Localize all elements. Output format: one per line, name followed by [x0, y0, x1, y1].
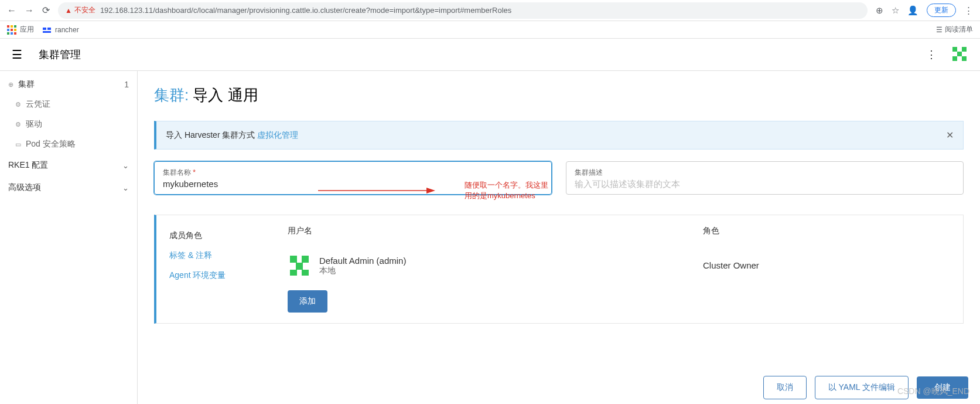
svg-rect-4	[962, 47, 967, 52]
cluster-desc-field[interactable]: 集群描述	[566, 161, 964, 195]
svg-rect-14	[302, 270, 309, 276]
page-header-title: 集群管理	[39, 47, 81, 62]
sidebar-item-label: 云凭证	[26, 99, 50, 110]
hamburger-icon[interactable]: ☰	[12, 47, 22, 62]
col-header-user: 用户名	[288, 226, 668, 236]
cancel-button[interactable]: 取消	[763, 376, 807, 399]
tab-labels[interactable]: 标签 & 注释	[156, 246, 274, 266]
field-label: 集群名称 *	[163, 168, 543, 178]
gear-icon: ⚙	[15, 121, 21, 128]
edit-yaml-button[interactable]: 以 YAML 文件编辑	[815, 376, 909, 399]
svg-rect-11	[302, 256, 309, 263]
rancher-icon	[42, 25, 52, 35]
field-label: 集群描述	[575, 168, 955, 178]
tab-member-roles[interactable]: 成员角色	[156, 226, 274, 246]
svg-rect-2	[43, 31, 51, 33]
add-member-button[interactable]: 添加	[288, 290, 327, 313]
info-banner: 导入 Harvester 集群方式 虚拟化管理 ✕	[154, 121, 964, 150]
profile-icon[interactable]: 👤	[907, 5, 918, 16]
reload-icon[interactable]: ⟳	[42, 5, 50, 16]
page-title: 集群: 导入 通用	[154, 85, 964, 106]
sidebar-item-drivers[interactable]: ⚙ 驱动	[0, 114, 137, 134]
address-bar[interactable]: ▲ 不安全 192.168.123.11/dashboard/c/local/m…	[58, 2, 868, 19]
svg-rect-7	[962, 56, 967, 61]
avatar	[288, 254, 311, 277]
sidebar: ⊕ 集群 1 ⚙ 云凭证 ⚙ 驱动 ▭ Pod 安全策略 RKE1 配置 ⌄ 高…	[0, 71, 138, 404]
svg-rect-6	[952, 56, 957, 61]
back-icon[interactable]: ←	[7, 5, 16, 16]
kebab-menu-icon[interactable]: ⋮	[926, 48, 937, 61]
cluster-name-input[interactable]	[163, 179, 543, 189]
gear-icon: ⚙	[15, 101, 21, 108]
apps-bookmark[interactable]: 应用	[7, 25, 34, 35]
update-button[interactable]: 更新	[927, 4, 956, 17]
apps-icon	[7, 25, 16, 35]
zoom-icon[interactable]: ⊕	[876, 5, 883, 16]
svg-rect-13	[290, 270, 297, 276]
forward-icon[interactable]: →	[25, 5, 34, 16]
list-icon: ☰	[936, 26, 943, 34]
url-text: 192.168.123.11/dashboard/c/local/manager…	[100, 6, 511, 15]
cluster-name-field[interactable]: 集群名称 *	[154, 161, 552, 195]
reading-list[interactable]: ☰ 阅读清单	[936, 25, 973, 35]
cluster-count: 1	[124, 80, 129, 89]
svg-rect-1	[47, 28, 51, 30]
sidebar-item-rke1[interactable]: RKE1 配置 ⌄	[0, 154, 137, 176]
rancher-logo	[951, 46, 968, 63]
not-secure-badge: ▲ 不安全	[65, 5, 95, 15]
warning-icon: ▲	[65, 6, 72, 15]
chevron-down-icon: ⌄	[122, 161, 129, 170]
star-icon[interactable]: ☆	[892, 5, 899, 16]
browser-menu-icon[interactable]: ⋮	[964, 5, 973, 16]
create-button[interactable]: 创建	[917, 376, 968, 399]
banner-text: 导入 Harvester 集群方式	[166, 130, 255, 141]
svg-rect-10	[290, 256, 297, 263]
sidebar-item-label: Pod 安全策略	[26, 139, 76, 150]
member-roles-card: 成员角色 标签 & 注释 Agent 环境变量 用户名 角色 Default A…	[154, 215, 964, 324]
member-name: Default Admin (admin)	[319, 256, 406, 266]
sidebar-item-clusters[interactable]: ⊕ 集群 1	[0, 74, 137, 94]
cluster-desc-input[interactable]	[575, 179, 955, 189]
sidebar-item-label: RKE1 配置	[8, 160, 48, 171]
sidebar-item-cloud-creds[interactable]: ⚙ 云凭证	[0, 94, 137, 114]
member-sub: 本地	[319, 266, 406, 276]
chevron-down-icon: ⌄	[122, 184, 129, 192]
tab-agent-env[interactable]: Agent 环境变量	[156, 266, 274, 286]
svg-rect-12	[296, 263, 303, 270]
globe-icon: ⊕	[8, 81, 13, 89]
col-header-role: 角色	[703, 226, 949, 236]
banner-link[interactable]: 虚拟化管理	[257, 130, 298, 141]
svg-rect-3	[952, 47, 957, 52]
member-role: Cluster Owner	[703, 260, 759, 270]
sidebar-item-pod-security[interactable]: ▭ Pod 安全策略	[0, 134, 137, 154]
svg-rect-5	[957, 52, 962, 56]
sidebar-item-label: 集群	[18, 79, 35, 90]
sidebar-item-label: 驱动	[26, 119, 42, 130]
svg-rect-0	[43, 28, 46, 30]
rancher-bookmark[interactable]: rancher	[42, 25, 79, 35]
member-row: Default Admin (admin) 本地 Cluster Owner	[288, 254, 949, 277]
close-icon[interactable]: ✕	[946, 130, 954, 141]
sidebar-item-label: 高级选项	[8, 182, 41, 193]
folder-icon: ▭	[15, 141, 21, 148]
sidebar-item-advanced[interactable]: 高级选项 ⌄	[0, 176, 137, 199]
